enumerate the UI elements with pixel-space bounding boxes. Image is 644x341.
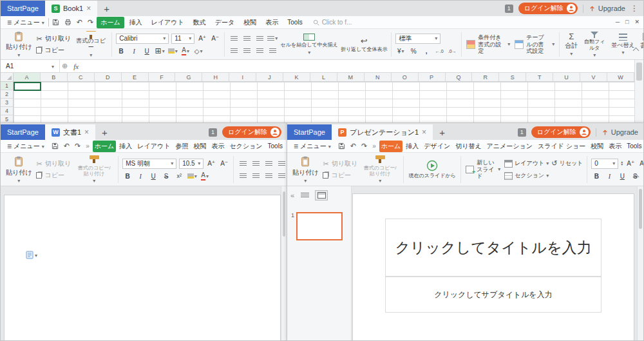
- font-name-select[interactable]: MS 明朝: [122, 159, 176, 169]
- align-center-icon[interactable]: [251, 171, 261, 180]
- layout-button[interactable]: レイアウト: [504, 159, 549, 168]
- outline-view-icon[interactable]: [298, 190, 311, 200]
- menu-button[interactable]: メニュー: [291, 141, 334, 151]
- column-header[interactable]: F: [149, 73, 176, 81]
- cut-button[interactable]: 切り取り: [36, 159, 71, 168]
- menu-tab[interactable]: 表示: [261, 17, 282, 28]
- bold-icon[interactable]: [591, 171, 601, 181]
- tab-close-icon[interactable]: [86, 5, 91, 12]
- currency-icon[interactable]: [395, 46, 406, 56]
- merge-center-button[interactable]: セルを結合して中央揃え: [279, 31, 339, 58]
- percent-icon[interactable]: [408, 46, 419, 56]
- fx-button[interactable]: fx: [70, 63, 82, 70]
- column-header[interactable]: I: [229, 73, 256, 81]
- align-left-icon[interactable]: [229, 46, 239, 55]
- italic-icon[interactable]: [135, 171, 146, 181]
- tab-startpage[interactable]: StartPage: [1, 1, 45, 16]
- subtitle-placeholder[interactable]: クリックしてサブタイトルを入力: [385, 277, 601, 313]
- scrollbar-thumb[interactable]: [636, 63, 642, 81]
- column-header[interactable]: J: [256, 73, 283, 81]
- redo-icon[interactable]: [359, 142, 369, 150]
- row-header[interactable]: 4: [1, 107, 13, 115]
- tab-book1[interactable]: Book1: [45, 1, 97, 16]
- autofilter-button[interactable]: 自動フィルタ: [581, 31, 608, 58]
- collapse-panel-icon[interactable]: [290, 192, 294, 199]
- menu-tab[interactable]: レイアウト: [135, 141, 172, 152]
- align-middle-icon[interactable]: [242, 34, 252, 43]
- decrease-indent-icon[interactable]: [263, 159, 274, 168]
- new-tab-button[interactable]: [433, 128, 451, 137]
- cut-button[interactable]: 切り取り: [36, 34, 71, 43]
- bold-icon[interactable]: [122, 171, 133, 181]
- menu-tab[interactable]: 校閲: [191, 141, 208, 152]
- tab-document1[interactable]: 文書1: [45, 124, 95, 140]
- superscript-icon[interactable]: [643, 171, 643, 181]
- menu-tab[interactable]: Tools: [266, 141, 285, 151]
- print-icon[interactable]: [62, 19, 73, 26]
- reset-button[interactable]: リセット: [551, 159, 583, 168]
- menu-tab[interactable]: 挿入: [117, 141, 134, 152]
- menu-tab[interactable]: 挿入: [404, 141, 421, 152]
- comma-icon[interactable]: [421, 46, 431, 56]
- shrink-font-icon[interactable]: [210, 34, 220, 43]
- menu-tab[interactable]: デザイン: [422, 141, 452, 152]
- undo-icon[interactable]: [348, 142, 358, 150]
- expand-toolbar-icon[interactable]: [370, 143, 378, 150]
- menu-tab[interactable]: データ: [211, 17, 238, 28]
- column-header[interactable]: V: [580, 73, 607, 81]
- notification-badge[interactable]: 1: [209, 128, 217, 137]
- select-all-corner[interactable]: [1, 73, 14, 81]
- column-header[interactable]: G: [175, 73, 202, 81]
- table-format-button[interactable]: テーブルの書式設定: [513, 31, 556, 58]
- column-header[interactable]: H: [202, 73, 229, 81]
- align-right-icon[interactable]: [254, 46, 265, 55]
- tab-presentation1[interactable]: プレゼンテーション1: [332, 124, 433, 140]
- font-color-icon[interactable]: [200, 171, 210, 181]
- format-painter-button[interactable]: 書式のコピー/貼り付け: [73, 155, 115, 184]
- numbering-icon[interactable]: [251, 159, 261, 168]
- cut-button[interactable]: 切り取り: [323, 159, 357, 168]
- align-bottom-icon[interactable]: [254, 34, 265, 43]
- tab-startpage[interactable]: StartPage: [1, 124, 45, 140]
- font-name-select[interactable]: Calibri: [116, 34, 169, 44]
- bullets-icon[interactable]: [238, 159, 248, 168]
- copy-button[interactable]: コピー: [36, 46, 71, 55]
- close-icon[interactable]: [634, 19, 639, 25]
- logout-button[interactable]: ログイン解除: [518, 3, 578, 14]
- menu-tab[interactable]: 校閲: [589, 141, 605, 152]
- column-header[interactable]: Q: [446, 73, 473, 81]
- conditional-format-button[interactable]: 条件付き書式の設定: [464, 31, 512, 58]
- slide-view-icon[interactable]: [315, 190, 328, 200]
- shrink-font-icon[interactable]: [219, 159, 229, 168]
- menu-tab[interactable]: セクション: [227, 141, 264, 152]
- paste-options-button[interactable]: [26, 251, 37, 259]
- insert-function-icon[interactable]: [60, 63, 70, 70]
- grow-font-icon[interactable]: [206, 159, 216, 168]
- upgrade-button[interactable]: Upgrade: [601, 128, 638, 136]
- column-header[interactable]: R: [472, 73, 499, 81]
- column-header[interactable]: O: [392, 73, 419, 81]
- save-icon[interactable]: [50, 142, 61, 150]
- wrap-text-button[interactable]: 折り返して全体表示: [339, 31, 388, 58]
- bold-icon[interactable]: [116, 46, 126, 56]
- sort-button[interactable]: 並べ替え: [609, 31, 637, 58]
- new-tab-button[interactable]: [97, 4, 116, 14]
- menu-tab[interactable]: 参照: [173, 141, 190, 152]
- more-options-icon[interactable]: [630, 5, 638, 12]
- column-header[interactable]: E: [122, 73, 149, 81]
- highlight-color-icon[interactable]: [187, 171, 197, 181]
- menu-tab[interactable]: ホーム: [97, 17, 124, 28]
- menu-tab[interactable]: 挿入: [126, 17, 146, 28]
- column-header[interactable]: B: [41, 73, 68, 81]
- superscript-icon[interactable]: [174, 171, 184, 181]
- menu-button[interactable]: メニュー: [5, 141, 47, 151]
- format-button[interactable]: 書式: [638, 31, 643, 58]
- align-left-icon[interactable]: [238, 171, 248, 180]
- menu-tab[interactable]: Tools: [283, 17, 306, 27]
- menu-tab[interactable]: 校閲: [240, 17, 260, 28]
- undo-icon[interactable]: [75, 19, 84, 26]
- new-tab-button[interactable]: [95, 128, 114, 137]
- cell-style-icon[interactable]: [193, 46, 204, 56]
- scrollbar-thumb[interactable]: [639, 189, 642, 229]
- orientation-icon[interactable]: [267, 34, 278, 43]
